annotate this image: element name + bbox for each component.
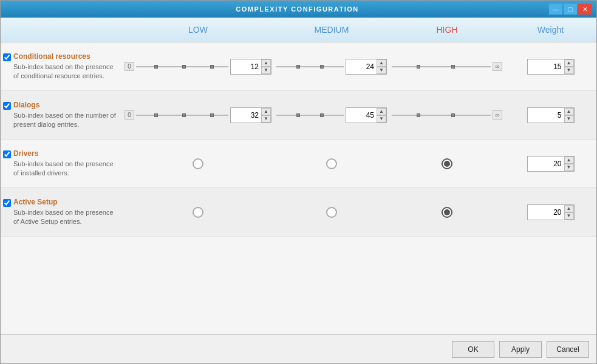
conditional-resources-title: Conditional resources: [13, 52, 117, 61]
conditional-resources-checkbox[interactable]: [3, 53, 11, 61]
drivers-weight-value-input[interactable]: [528, 158, 564, 169]
drivers-weight-spinbox-buttons: ▲ ▼: [564, 157, 574, 171]
weight-decrement-button[interactable]: ▼: [564, 67, 574, 74]
dialogs-low-value-input[interactable]: [231, 110, 261, 121]
drivers-weight-decrement-button[interactable]: ▼: [564, 164, 574, 171]
medium-value-input[interactable]: [346, 61, 377, 72]
dialogs-weight-increment-button[interactable]: ▲: [564, 108, 574, 115]
drivers-medium-radio-button[interactable]: [326, 158, 337, 169]
range-track-left: [136, 112, 228, 118]
drivers-weight-increment-button[interactable]: ▲: [564, 157, 574, 164]
active-setup-high-radio-button[interactable]: [442, 207, 452, 218]
dialogs-medium-value-input[interactable]: [346, 110, 377, 121]
dialogs-low-increment-button[interactable]: ▲: [261, 108, 271, 115]
row-label-active-setup: Active Setup Sub-index based on the pres…: [1, 195, 122, 229]
weight-spinbox-buttons: ▲ ▼: [564, 59, 574, 74]
weight-increment-button[interactable]: ▲: [564, 59, 574, 67]
drivers-low-radio-button[interactable]: [193, 158, 203, 169]
range-track-high: [392, 112, 491, 118]
low-spinbox-buttons: ▲ ▼: [261, 59, 271, 74]
medium-decrement-button[interactable]: ▼: [377, 67, 386, 74]
active-setup-high-radio[interactable]: [392, 207, 502, 218]
range-tick: [417, 113, 420, 117]
range-tick: [182, 65, 186, 69]
dialogs-low-decrement-button[interactable]: ▼: [261, 115, 271, 123]
dialogs-low-cell: 0 ▲ ▼: [122, 107, 274, 123]
minimize-button[interactable]: —: [549, 4, 562, 15]
range-tick: [451, 65, 455, 69]
drivers-high-radio-cell[interactable]: [389, 158, 505, 169]
conditional-resources-high-cell: ∞: [389, 62, 505, 71]
weight-spinbox: ▲ ▼: [527, 59, 575, 75]
active-setup-low-radio[interactable]: [125, 207, 271, 218]
drivers-low-radio-cell[interactable]: [122, 158, 274, 169]
active-setup-high-radio-cell[interactable]: [389, 207, 505, 218]
range-tick: [320, 113, 324, 117]
medium-spinbox: ▲ ▼: [346, 59, 387, 75]
close-button[interactable]: ✕: [578, 4, 592, 15]
active-setup-medium-radio-button[interactable]: [326, 207, 337, 218]
drivers-medium-radio[interactable]: [276, 158, 387, 169]
drivers-medium-radio-cell[interactable]: [274, 158, 389, 169]
dialogs-weight-value-input[interactable]: [528, 110, 564, 121]
maximize-button[interactable]: □: [564, 4, 577, 15]
active-setup-checkbox[interactable]: [3, 199, 11, 207]
range-track-mid: [276, 112, 344, 118]
row-label-dialogs: Dialogs Sub-index based on the number of…: [1, 98, 122, 132]
drivers-low-radio[interactable]: [125, 158, 271, 169]
drivers-weight-spinbox: ▲ ▼: [527, 156, 575, 172]
range-tick: [320, 65, 324, 69]
active-setup-text: Active Setup Sub-index based on the pres…: [13, 198, 117, 227]
range-tick: [210, 65, 214, 69]
dialogs-medium-cell: ▲ ▼: [274, 107, 389, 123]
active-setup-weight-value-input[interactable]: [528, 207, 564, 218]
high-column-header: HIGH: [389, 25, 505, 35]
range-tick: [451, 113, 455, 117]
dialogs-low-spinbox-buttons: ▲ ▼: [261, 108, 271, 123]
dialogs-weight-decrement-button[interactable]: ▼: [564, 115, 574, 123]
weight-value-input[interactable]: [528, 61, 564, 72]
active-setup-medium-radio-cell[interactable]: [274, 207, 389, 218]
low-increment-button[interactable]: ▲: [261, 59, 271, 67]
dialogs-medium-spinbox-buttons: ▲ ▼: [377, 108, 386, 123]
active-setup-weight-increment-button[interactable]: ▲: [564, 205, 574, 212]
active-setup-desc: Sub-index based on the presence of Activ…: [13, 208, 117, 227]
low-value-input[interactable]: [231, 61, 261, 72]
dialogs-weight-spinbox-buttons: ▲ ▼: [564, 108, 574, 123]
medium-spinbox-buttons: ▲ ▼: [377, 59, 386, 74]
dialogs-low-spinbox: ▲ ▼: [230, 107, 271, 123]
conditional-resources-low-range: 0 ▲ ▼: [125, 59, 271, 75]
drivers-text: Drivers Sub-index based on the presence …: [13, 149, 117, 178]
range-tick: [296, 65, 300, 69]
cancel-button[interactable]: Cancel: [547, 341, 589, 358]
dialogs-medium-decrement-button[interactable]: ▼: [377, 115, 386, 123]
dialogs-text: Dialogs Sub-index based on the number of…: [13, 101, 117, 130]
dialogs-weight-cell: ▲ ▼: [505, 107, 596, 123]
dialogs-desc: Sub-index based on the number of present…: [13, 111, 117, 130]
dialogs-medium-increment-button[interactable]: ▲: [377, 108, 386, 115]
active-setup-weight-spinbox-buttons: ▲ ▼: [564, 205, 574, 220]
weight-column-header: Weight: [505, 25, 596, 35]
active-setup-low-radio-cell[interactable]: [122, 207, 274, 218]
active-setup-medium-radio[interactable]: [276, 207, 387, 218]
medium-increment-button[interactable]: ▲: [377, 59, 386, 67]
dialogs-checkbox[interactable]: [3, 102, 11, 110]
range-tick: [296, 113, 300, 117]
ok-button[interactable]: OK: [452, 341, 494, 358]
low-column-header: LOW: [122, 25, 274, 35]
low-decrement-button[interactable]: ▼: [261, 67, 271, 74]
active-setup-low-radio-button[interactable]: [193, 207, 203, 218]
range-track-high: [392, 64, 491, 70]
drivers-high-radio[interactable]: [392, 158, 502, 169]
drivers-high-radio-dot: [444, 161, 450, 167]
title-bar: COMPLEXITY CONFIGURATION — □ ✕: [1, 1, 596, 18]
active-setup-weight-spinbox: ▲ ▼: [527, 204, 575, 220]
drivers-checkbox[interactable]: [3, 150, 11, 158]
range-max-label: ∞: [493, 62, 502, 71]
drivers-title: Drivers: [13, 149, 117, 158]
table-row: Active Setup Sub-index based on the pres…: [1, 188, 596, 237]
apply-button[interactable]: Apply: [499, 341, 542, 358]
active-setup-weight-cell: ▲ ▼: [505, 204, 596, 220]
drivers-high-radio-button[interactable]: [442, 158, 452, 169]
active-setup-weight-decrement-button[interactable]: ▼: [564, 212, 574, 220]
